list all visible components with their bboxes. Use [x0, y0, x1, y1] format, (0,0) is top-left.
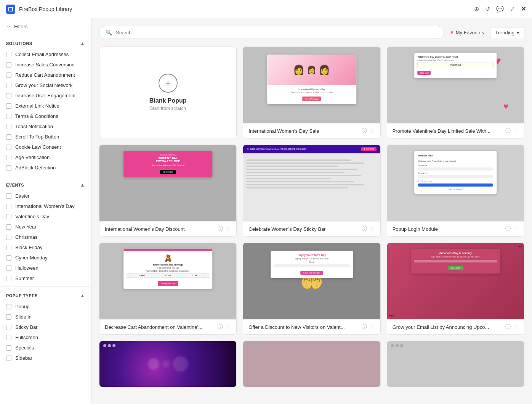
close-icon[interactable]: ✕	[521, 5, 526, 13]
popup-types-label: POPUP TYPES	[6, 293, 38, 298]
card-footer-offer: Offer a Discount to New Visitors on Vale…	[243, 319, 380, 334]
popup-card-partial-3[interactable]	[387, 341, 524, 387]
sidebar-item-solution[interactable]: Cookie Law Consent	[0, 142, 91, 152]
popup-card-cart[interactable]: 🧸 Before you leave, take advantage of ou…	[99, 243, 237, 335]
popup-card-stickybar[interactable]: 🎀 INTERNATIONAL WOMEN'S DAY · WE CELEBRA…	[243, 145, 380, 237]
cart-text-2: of our Valentine's Day sale	[127, 267, 210, 269]
popup-card-offer[interactable]: 🤲 Happy Valentine's Day Sign up and get …	[243, 243, 380, 335]
sidebar-item-popup-type[interactable]: Specials	[0, 343, 91, 353]
val-title: Valentine's Day deals you can't miss!	[418, 56, 494, 58]
info-icon[interactable]: ⓘ	[362, 127, 367, 134]
checkbox	[6, 314, 11, 320]
sidebar-item-solution[interactable]: Collect Email Addresses	[0, 49, 91, 60]
sidebar-item-popup-type[interactable]: Fullscreen	[0, 332, 91, 343]
sidebar-item-event[interactable]: Cyber Monday	[0, 253, 91, 263]
sidebar-item-event[interactable]: Halloween	[0, 263, 91, 273]
card-actions-val: ⓘ ♡	[505, 127, 519, 134]
mockup-login: Member Area Welcome back! Please login t…	[387, 145, 524, 221]
info-icon-sticky[interactable]: ⓘ	[362, 225, 367, 232]
favorites-button[interactable]: ♥ My Favorites	[450, 29, 484, 35]
sidebar-item-solution[interactable]: Toast Notification	[0, 121, 91, 132]
trending-chevron-icon: ▾	[517, 30, 519, 35]
favorite-icon-val[interactable]: ♡	[514, 128, 519, 134]
events-toggle-icon: ▲	[80, 182, 85, 188]
search-input[interactable]	[116, 30, 437, 35]
wdisc-sub: Sign up now and secure 25% discount!	[127, 164, 210, 166]
logo-inner	[8, 7, 13, 11]
favorite-icon-offer[interactable]: ♡	[370, 324, 375, 330]
sidebar-item-event[interactable]: Christmas	[0, 232, 91, 242]
main-toolbar: 🔍 ♥ My Favorites Trending ▾	[99, 26, 524, 39]
sidebar-item-popup-type[interactable]: Slide in	[0, 312, 91, 322]
expand-icon[interactable]: ⤢	[510, 5, 515, 13]
favorite-icon-email[interactable]: ♡	[514, 324, 519, 330]
checkbox	[6, 103, 11, 109]
dot-3	[400, 344, 403, 347]
checkbox	[6, 335, 11, 340]
favorite-icon[interactable]: ♡	[370, 128, 375, 134]
sidebar-item-event[interactable]: Valentine's Day	[0, 211, 91, 222]
sidebar-item-solution[interactable]: Scroll To Top Button	[0, 132, 91, 142]
info-icon-email[interactable]: ⓘ	[505, 324, 511, 330]
card-title-valentine: Promote Valentine's Day Limited Sale Wit…	[393, 128, 505, 134]
favorite-icon-login[interactable]: ♡	[514, 226, 519, 232]
sidebar-item-popup-type[interactable]: Popup	[0, 301, 91, 312]
filters-toggle[interactable]: ↔ Filters	[0, 18, 91, 35]
sidebar-item-event[interactable]: Summer	[0, 273, 91, 283]
sidebar-item-solution[interactable]: External Link Notice	[0, 101, 91, 111]
popup-card-login[interactable]: Member Area Welcome back! Please login t…	[387, 145, 524, 237]
bokeh-1	[148, 358, 159, 370]
popup-types-header[interactable]: POPUP TYPES ▲	[0, 290, 91, 301]
card-preview-wdisc: INTERNATIONAL WOMEN'S DAY EXTRA 25% OFF …	[99, 145, 236, 221]
sidebar-item-event[interactable]: New Year	[0, 222, 91, 232]
sidebar-item-event[interactable]: Black Friday	[0, 242, 91, 253]
trending-button[interactable]: Trending ▾	[490, 27, 524, 38]
comment-icon[interactable]: 💬	[496, 5, 504, 13]
email-hearts-left: ♥♥♥	[389, 314, 394, 317]
card-preview-valentine: ♥ ♥ Valentine's Day deals you can't miss…	[387, 47, 524, 123]
card-actions-offer: ⓘ ♡	[362, 324, 375, 330]
info-icon-login[interactable]: ⓘ	[505, 225, 511, 232]
popup-card-valentine[interactable]: ♥ ♥ Valentine's Day deals you can't miss…	[387, 47, 524, 138]
sidebar-item-solution[interactable]: Terms & Conditions	[0, 111, 91, 121]
info-icon-wdisc[interactable]: ⓘ	[218, 225, 223, 232]
popup-card-wdisc[interactable]: INTERNATIONAL WOMEN'S DAY EXTRA 25% OFF …	[99, 145, 237, 237]
solutions-header[interactable]: SOLUTIONS ▲	[0, 38, 91, 49]
sidebar-label: Cookie Law Consent	[15, 144, 61, 150]
popup-card-partial-1[interactable]	[99, 341, 237, 387]
cart-body: 🧸 Before you leave, take advantage of ou…	[123, 251, 213, 289]
mockup-offer: 🤲 Happy Valentine's Day Sign up and get …	[243, 243, 380, 319]
info-icon-cart[interactable]: ⓘ	[218, 324, 223, 330]
sidebar-item-solution[interactable]: Grow your Social Network	[0, 80, 91, 90]
popup-card-womens-sale[interactable]: 👩👩👩 International Women's Day Get all wo…	[243, 47, 380, 138]
info-icon-val[interactable]: ⓘ	[505, 127, 511, 134]
sidebar-item-event[interactable]: International Women's Day	[0, 201, 91, 211]
popup-card-partial-2[interactable]	[243, 341, 380, 387]
sidebar-item-solution[interactable]: Increase User Engagement	[0, 90, 91, 101]
login-title: Member Area	[418, 155, 493, 157]
login-remember: Remember Me	[418, 180, 493, 182]
sidebar-item-solution[interactable]: Age Verification	[0, 152, 91, 163]
sidebar-item-solution[interactable]: AdBlock Detection	[0, 163, 91, 173]
card-actions-wdisc: ⓘ ♡	[218, 225, 231, 232]
sidebar-item-popup-type[interactable]: Sidebar	[0, 353, 91, 363]
email-btn: JOIN NOW	[448, 266, 463, 270]
sidebar-item-popup-type[interactable]: Sticky Bar	[0, 322, 91, 332]
login-password-field	[418, 175, 493, 178]
favorite-icon-sticky[interactable]: ♡	[370, 226, 375, 232]
sidebar-item-event[interactable]: Easter	[0, 191, 91, 201]
popup-card-email[interactable]: ♥♥♥ ♥♥ Valentine's Day is coming! Sign u…	[387, 243, 524, 335]
card-actions-login: ⓘ ♡	[505, 225, 519, 232]
sidebar-item-solution[interactable]: Reduce Cart Abandonment	[0, 70, 91, 80]
blank-popup-card[interactable]: + Blank Popup Start from scratch	[99, 47, 237, 138]
checkbox	[6, 245, 11, 250]
info-icon-offer[interactable]: ⓘ	[362, 324, 367, 330]
refresh-icon[interactable]: ↺	[485, 5, 490, 13]
sidebar-item-solution[interactable]: Increase Sales Conversion	[0, 60, 91, 70]
favorite-icon-wdisc[interactable]: ♡	[226, 226, 231, 232]
card-title-womens-sale: International Women's Day Sale	[248, 128, 361, 134]
events-header[interactable]: EVENTS ▲	[0, 179, 91, 191]
favorite-icon-cart[interactable]: ♡	[226, 324, 231, 330]
add-icon[interactable]: ⊕	[474, 5, 479, 13]
sidebar-label: Terms & Conditions	[15, 113, 58, 119]
